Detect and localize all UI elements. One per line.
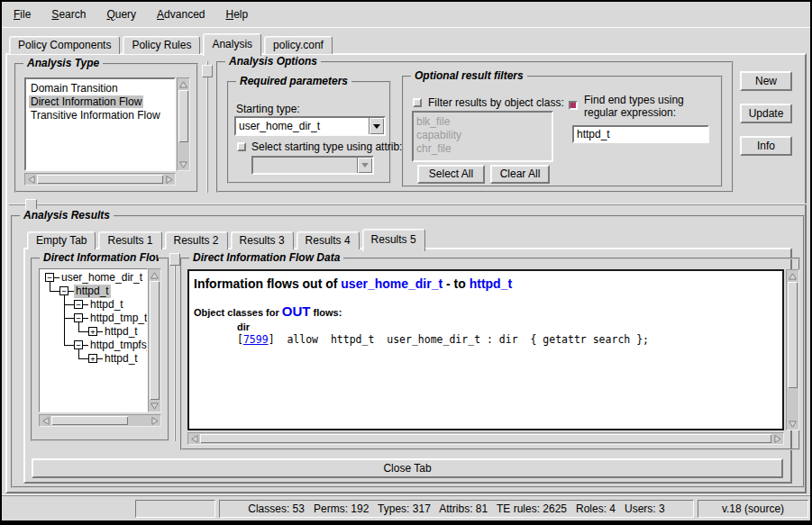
collapse-icon[interactable]: −: [59, 286, 68, 295]
select-all-button[interactable]: Select All: [417, 165, 485, 184]
results-tab-results-3[interactable]: Results 3: [231, 231, 294, 249]
menu-file[interactable]: File: [5, 3, 40, 26]
scroll-left-icon[interactable]: [188, 433, 200, 444]
scroll-up-icon[interactable]: [787, 270, 798, 282]
scroll-left-icon[interactable]: [25, 174, 37, 185]
rule-line: [7599] allow httpd_t user_home_dir_t : d…: [237, 333, 782, 346]
scrollbar-thumb[interactable]: [51, 416, 128, 425]
analysis-results-title: Analysis Results: [20, 209, 114, 222]
object-class-listbox: blk_filecapabilitychr_file: [412, 111, 553, 162]
collapse-icon[interactable]: −: [74, 313, 83, 322]
flow-data-title: Direct Information Flow Data: [189, 251, 343, 264]
main-tab-bar: Policy ComponentsPolicy RulesAnalysispol…: [9, 33, 335, 54]
scrollbar-thumb[interactable]: [200, 434, 771, 443]
regex-checkbox-label: Find end types using regular expression:: [584, 94, 717, 119]
menu-bar: FileSearchQueryAdvancedHelp: [2, 2, 810, 28]
tab-analysis[interactable]: Analysis: [203, 33, 261, 56]
analysis-type-item-domain-transition[interactable]: Domain Transition: [26, 82, 174, 95]
scroll-right-icon[interactable]: [149, 415, 160, 426]
info-button[interactable]: Info: [740, 136, 792, 156]
tree-node-httpd-t-6[interactable]: httpd_t: [103, 352, 140, 366]
results-pane-sash-handle[interactable]: [169, 253, 180, 266]
status-left-box: [135, 500, 215, 518]
analysis-type-item-direct-information-flow[interactable]: Direct Information Flow: [26, 95, 174, 109]
top-pane-sash-handle[interactable]: [202, 65, 213, 77]
scrollbar-thumb[interactable]: [178, 90, 188, 142]
results-tab-bar: Empty TabResults 1Results 2Results 3Resu…: [27, 226, 428, 249]
flow-tree-canvas[interactable]: −user_home_dir_t−httpd_t−httpd_t−httpd_t…: [39, 268, 148, 412]
filter-object-class-checkbox[interactable]: [413, 98, 422, 107]
scrollbar-thumb[interactable]: [788, 282, 798, 388]
starting-type-combobox[interactable]: [234, 116, 386, 136]
regex-checkbox[interactable]: [569, 101, 578, 110]
object-class-item-blk-file: blk_file: [414, 115, 552, 129]
menu-search[interactable]: Search: [42, 3, 95, 26]
tab-policy-conf[interactable]: policy.conf: [264, 36, 333, 54]
flow-data-vscrollbar[interactable]: [786, 269, 799, 430]
close-tab-button[interactable]: Close Tab: [32, 458, 783, 478]
scroll-up-icon[interactable]: [149, 269, 160, 281]
results-tab-empty-tab[interactable]: Empty Tab: [27, 231, 96, 249]
expand-icon[interactable]: +: [88, 327, 97, 336]
scrollbar-thumb[interactable]: [37, 175, 163, 184]
tree-node-httpd-t-1[interactable]: httpd_t: [74, 285, 111, 298]
attrib-checkbox[interactable]: [237, 142, 246, 151]
required-parameters-title: Required parameters: [236, 75, 351, 87]
results-tab-results-4[interactable]: Results 4: [297, 231, 360, 249]
flow-heading: Information flows out of user_home_dir_t…: [194, 276, 782, 291]
tree-node-user-home-dir-t-0[interactable]: user_home_dir_t: [59, 271, 144, 285]
rule-id-link[interactable]: 7599: [243, 333, 269, 346]
results-tab-results-1[interactable]: Results 1: [98, 231, 161, 249]
menu-help[interactable]: Help: [216, 3, 257, 26]
attrib-combobox: [251, 156, 374, 175]
collapse-icon[interactable]: −: [74, 300, 83, 309]
tree-node-httpd-tmpfs-t-5[interactable]: httpd_tmpfs_t: [88, 339, 148, 352]
expand-icon[interactable]: +: [88, 354, 97, 363]
results-tab-results-2[interactable]: Results 2: [165, 231, 228, 249]
chevron-down-icon[interactable]: [369, 118, 384, 134]
analysis-type-hscrollbar[interactable]: [24, 173, 176, 186]
filter-object-class-label: Filter results by object class:: [428, 96, 564, 109]
scrollbar-thumb[interactable]: [150, 281, 160, 400]
attrib-checkbox-label: Select starting type using attrib:: [251, 140, 402, 153]
analysis-type-listbox[interactable]: Domain TransitionDirect Information Flow…: [24, 77, 176, 171]
top-pane-sash[interactable]: [206, 61, 208, 193]
chevron-down-icon: [357, 158, 372, 173]
flow-tree-hscrollbar[interactable]: [39, 414, 161, 427]
results-tab-results-5[interactable]: Results 5: [362, 229, 425, 251]
starting-type-value[interactable]: [236, 118, 369, 134]
tree-node-httpd-t-4[interactable]: httpd_t: [103, 325, 140, 339]
menu-advanced[interactable]: Advanced: [148, 3, 214, 26]
scroll-down-icon[interactable]: [149, 400, 160, 412]
starting-type-label: Starting type:: [236, 103, 300, 115]
analysis-type-item-transitive-information-flow[interactable]: Transitive Information Flow: [26, 109, 174, 122]
analysis-type-title: Analysis Type: [23, 57, 103, 69]
object-class-name: dir: [237, 321, 782, 332]
attrib-combobox-value: [253, 158, 357, 173]
scroll-left-icon[interactable]: [40, 415, 51, 426]
update-button[interactable]: Update: [740, 104, 792, 123]
tree-node-httpd-t-2[interactable]: httpd_t: [88, 298, 125, 312]
flow-data-textarea[interactable]: Information flows out of user_home_dir_t…: [187, 269, 784, 430]
collapse-icon[interactable]: −: [74, 340, 83, 349]
main-pane-sash[interactable]: [9, 204, 807, 205]
flow-subheading: Object classes for OUT flows:: [194, 303, 782, 319]
scroll-up-icon[interactable]: [178, 78, 189, 90]
scroll-right-icon[interactable]: [771, 433, 783, 444]
tree-node-httpd-tmp-t-3[interactable]: httpd_tmp_t: [88, 312, 148, 325]
optional-filters-title: Optional result filters: [411, 69, 527, 82]
analysis-type-vscrollbar[interactable]: [177, 77, 190, 171]
scroll-down-icon[interactable]: [787, 418, 798, 430]
tab-policy-components[interactable]: Policy Components: [9, 36, 120, 54]
scroll-down-icon[interactable]: [178, 158, 189, 170]
flow-data-hscrollbar[interactable]: [187, 432, 784, 445]
clear-all-button[interactable]: Clear All: [490, 165, 550, 184]
tab-policy-rules[interactable]: Policy Rules: [123, 36, 200, 54]
menu-query[interactable]: Query: [97, 3, 145, 26]
new-button[interactable]: New: [740, 71, 792, 91]
collapse-icon[interactable]: −: [45, 273, 54, 282]
flow-tree-vscrollbar[interactable]: [148, 268, 161, 412]
scroll-right-icon[interactable]: [163, 174, 175, 185]
regex-input[interactable]: [572, 125, 709, 143]
results-pane-sash[interactable]: [174, 258, 176, 441]
